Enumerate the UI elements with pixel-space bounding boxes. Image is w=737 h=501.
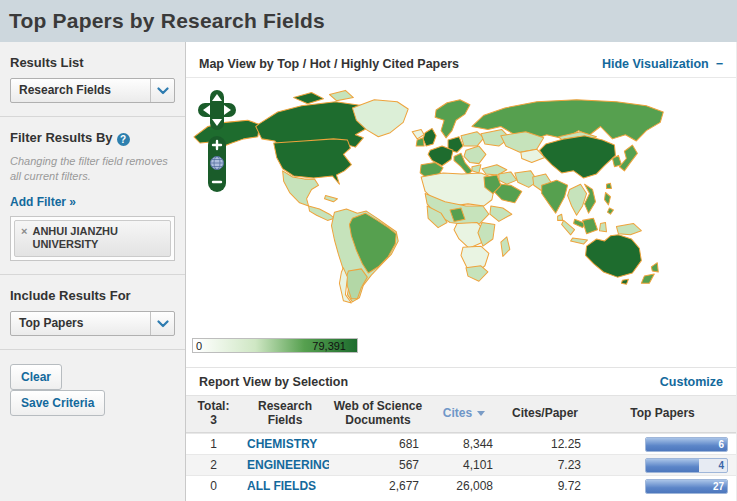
wos-documents-cell: 567	[329, 454, 427, 475]
column-header-cites-sorted[interactable]: Cites	[427, 396, 501, 432]
help-icon[interactable]: ?	[117, 133, 130, 146]
map-view-header: Map View by Top / Hot / Highly Cited Pap…	[186, 51, 736, 78]
filter-chip-label: ANHUI JIANZHU UNIVERSITY	[32, 225, 164, 253]
choropleth-legend: 0 79,391	[192, 338, 358, 353]
sidebar-actions: Clear Save Criteria	[0, 350, 185, 430]
active-filters-box: × ANHUI JIANZHU UNIVERSITY	[10, 216, 175, 262]
report-table-body: 1 CHEMISTRY 681 8,344 12.25 6 2 ENGINEER…	[186, 433, 736, 496]
top-papers-bar: 27	[645, 479, 728, 494]
top-papers-value: 4	[718, 459, 724, 472]
cites-cell: 26,008	[427, 475, 501, 496]
results-list-select[interactable]: Research Fields	[10, 78, 175, 103]
report-view-title: Report View by Selection	[199, 375, 348, 389]
map-legend-row: 0 79,391	[186, 338, 736, 360]
report-table-header: Total:3 Research Fields Web of Science D…	[186, 395, 736, 433]
column-header-wos-documents[interactable]: Web of Science Documents	[329, 396, 427, 432]
cites-per-paper-cell: 7.23	[501, 454, 589, 475]
column-header-cites-per-paper[interactable]: Cites/Paper	[501, 396, 589, 432]
remove-filter-icon[interactable]: ×	[21, 225, 27, 253]
cites-cell: 4,101	[427, 454, 501, 475]
filters-sidebar: Results List Research Fields Filter Resu…	[0, 42, 186, 501]
sort-descending-icon	[477, 411, 485, 416]
cites-per-paper-cell: 9.72	[501, 475, 589, 496]
clear-button[interactable]: Clear	[10, 364, 62, 390]
legend-min-value: 0	[196, 340, 202, 352]
world-choropleth-map[interactable]	[186, 78, 736, 338]
cites-per-paper-cell: 12.25	[501, 433, 589, 454]
collapse-icon: −	[716, 57, 723, 71]
top-papers-cell: 6	[589, 433, 736, 454]
column-header-top-papers[interactable]: Top Papers	[589, 396, 736, 432]
top-papers-bar: 4	[645, 458, 728, 473]
hide-visualization-link[interactable]: Hide Visualization−	[602, 57, 723, 71]
page-header: Top Papers by Research Fields	[0, 0, 737, 42]
map-view-area	[186, 78, 736, 338]
cites-cell: 8,344	[427, 433, 501, 454]
main-content: Map View by Top / Hot / Highly Cited Pap…	[186, 42, 737, 501]
field-link-all-fields[interactable]: ALL FIELDS	[247, 479, 316, 493]
chevron-down-icon	[150, 79, 174, 102]
wos-documents-cell: 681	[329, 433, 427, 454]
rank-cell: 2	[186, 454, 241, 475]
top-papers-bar: 6	[645, 437, 728, 452]
top-papers-value: 27	[713, 480, 724, 493]
wos-documents-cell: 2,677	[329, 475, 427, 496]
field-link-chemistry[interactable]: CHEMISTRY	[247, 437, 317, 451]
save-criteria-button[interactable]: Save Criteria	[10, 390, 105, 416]
results-list-label: Results List	[10, 55, 175, 70]
field-cell: ENGINEERING	[241, 454, 329, 475]
map-view-title: Map View by Top / Hot / Highly Cited Pap…	[199, 57, 459, 71]
page-title: Top Papers by Research Fields	[0, 9, 325, 33]
filter-chip-anhui-jianzhu-university[interactable]: × ANHUI JIANZHU UNIVERSITY	[14, 220, 171, 258]
chevron-down-icon	[150, 312, 174, 335]
field-link-engineering[interactable]: ENGINEERING	[247, 458, 331, 472]
globe-reset-icon[interactable]	[211, 157, 224, 170]
map-pan-control[interactable]	[198, 90, 236, 130]
choropleth-countries[interactable]	[194, 90, 663, 303]
add-filter-link[interactable]: Add Filter »	[10, 195, 76, 209]
include-results-select[interactable]: Top Papers	[10, 311, 175, 336]
column-header-research-fields[interactable]: Research Fields	[241, 396, 329, 432]
report-view-header: Report View by Selection Customize	[186, 367, 736, 395]
filter-results-section: Filter Results By? Changing the filter f…	[0, 117, 185, 275]
top-papers-value: 6	[718, 438, 724, 451]
results-list-section: Results List Research Fields	[0, 42, 185, 117]
filter-results-label: Filter Results By	[10, 130, 113, 145]
column-header-total: Total:3	[186, 396, 241, 432]
include-results-section: Include Results For Top Papers	[0, 275, 185, 350]
field-cell: CHEMISTRY	[241, 433, 329, 454]
top-papers-cell: 27	[589, 475, 736, 496]
map-zoom-control[interactable]	[208, 136, 226, 192]
filter-note-text: Changing the filter field removes all cu…	[10, 154, 175, 184]
rank-cell: 1	[186, 433, 241, 454]
top-papers-cell: 4	[589, 454, 736, 475]
rank-cell: 0	[186, 475, 241, 496]
include-results-label: Include Results For	[10, 288, 175, 303]
field-cell: ALL FIELDS	[241, 475, 329, 496]
legend-max-value: 79,391	[312, 340, 346, 352]
customize-link[interactable]: Customize	[660, 375, 723, 389]
